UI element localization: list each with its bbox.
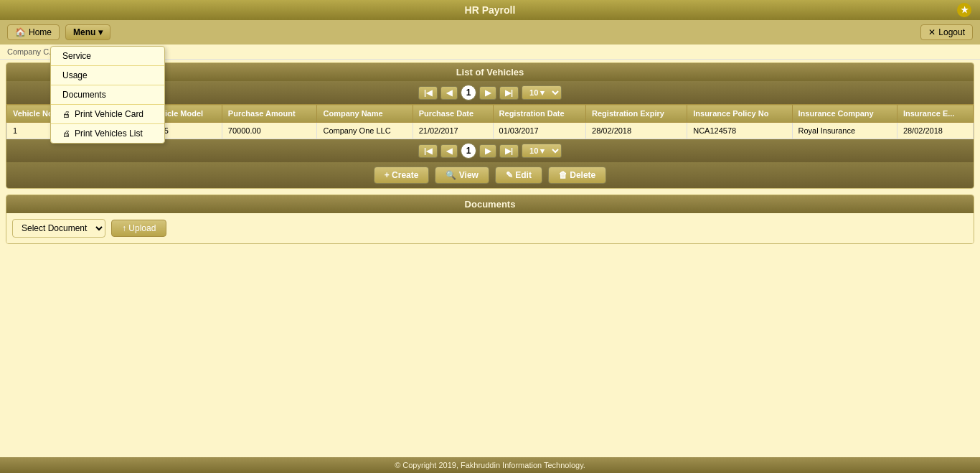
documents-section: Documents Select Document ↑ Upload: [6, 195, 974, 244]
menu-item-documents[interactable]: Documents: [51, 85, 164, 105]
edit-button[interactable]: ✎ Edit: [495, 167, 542, 184]
print-vehicle-card-label: Print Vehicle Card: [75, 109, 143, 119]
col-purchase-date: Purchase Date: [413, 105, 493, 123]
dropdown-menu: Service Usage Documents 🖨 Print Vehicle …: [50, 46, 165, 144]
documents-section-header: Documents: [6, 195, 974, 213]
table-cell: Royal Insurance: [792, 123, 897, 139]
col-registration-expiry: Registration Expiry: [586, 105, 687, 123]
menu-item-usage[interactable]: Usage: [51, 66, 164, 85]
page-size-select[interactable]: 10 ▾ 25 50: [522, 85, 562, 100]
col-company-name: Company Name: [317, 105, 413, 123]
document-select[interactable]: Select Document: [12, 219, 105, 238]
bottom-last-page-button[interactable]: ▶|: [499, 144, 519, 158]
menu-item-service[interactable]: Service: [51, 47, 164, 66]
bottom-current-page-indicator: 1: [461, 143, 476, 159]
first-page-button[interactable]: |◀: [418, 86, 438, 100]
menu-item-print-vehicles-list[interactable]: 🖨 Print Vehicles List: [51, 124, 164, 143]
nav-bar: 🏠 Home Menu ▾ Service Usage Documents 🖨 …: [0, 20, 980, 45]
table-cell: 70000.00: [222, 123, 317, 139]
table-cell: 28/02/2018: [586, 123, 687, 139]
col-insurance-expiry: Insurance E...: [897, 105, 973, 123]
table-cell: 21/02/2017: [413, 123, 493, 139]
table-cell: 01/03/2017: [493, 123, 585, 139]
footer: © Copyright 2019, Fakhruddin Information…: [0, 457, 980, 473]
logout-button[interactable]: ✕ Logout: [920, 24, 973, 40]
upload-button[interactable]: ↑ Upload: [111, 220, 166, 237]
service-label: Service: [62, 51, 91, 61]
bottom-first-page-button[interactable]: |◀: [418, 144, 438, 158]
col-insurance-policy-no: Insurance Policy No: [687, 105, 792, 123]
bottom-next-page-button[interactable]: ▶: [479, 144, 496, 158]
current-page-indicator: 1: [461, 85, 476, 100]
home-button[interactable]: 🏠 Home: [7, 24, 60, 40]
usage-label: Usage: [62, 70, 88, 80]
delete-button[interactable]: 🗑 Delete: [548, 167, 606, 184]
star-icon: ★: [957, 3, 971, 17]
col-insurance-company: Insurance Company: [792, 105, 897, 123]
bottom-page-size-select[interactable]: 10 ▾ 25 50: [522, 144, 562, 158]
col-purchase-amount: Purchase Amount: [222, 105, 317, 123]
table-cell: NCA124578: [687, 123, 792, 139]
menu-button[interactable]: Menu ▾: [65, 24, 110, 40]
table-cell: 28/02/2018: [897, 123, 973, 139]
create-button[interactable]: + Create: [374, 167, 430, 184]
print-vehicles-list-label: Print Vehicles List: [75, 128, 143, 139]
table-cell: Company One LLC: [317, 123, 413, 139]
printer-icon-2: 🖨: [62, 129, 70, 138]
view-button[interactable]: 🔍 View: [435, 167, 489, 184]
documents-body: Select Document ↑ Upload: [6, 213, 974, 243]
next-page-button[interactable]: ▶: [479, 86, 496, 100]
prev-page-button[interactable]: ◀: [440, 86, 458, 100]
title-bar: HR Payroll ★: [0, 0, 980, 20]
dropdown-arrow-icon: ▾: [98, 27, 103, 37]
menu-item-print-vehicle-card[interactable]: 🖨 Print Vehicle Card: [51, 105, 164, 124]
home-icon: 🏠: [15, 27, 26, 37]
app-title: HR Payroll: [465, 4, 516, 16]
documents-label: Documents: [62, 90, 106, 100]
printer-icon-1: 🖨: [62, 110, 70, 118]
last-page-button[interactable]: ▶|: [499, 86, 519, 100]
col-registration-date: Registration Date: [493, 105, 585, 123]
bottom-prev-page-button[interactable]: ◀: [440, 144, 458, 158]
action-bar: + Create 🔍 View ✎ Edit 🗑 Delete: [6, 162, 974, 188]
logout-x-icon: ✕: [928, 27, 936, 37]
